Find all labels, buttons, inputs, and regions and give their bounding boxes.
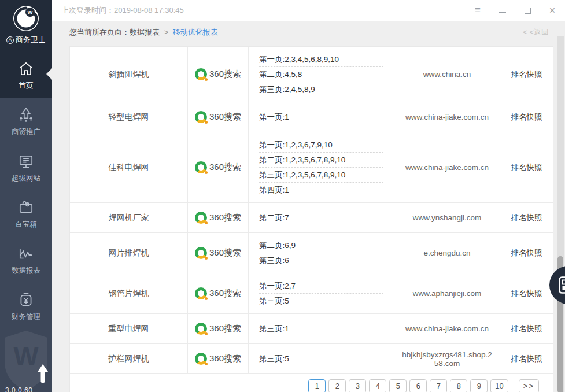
- url-cell: www.china-jiake.com.cn: [394, 132, 500, 202]
- url-cell: hbjkhjsbyxzrgs481.shop.258.com: [394, 344, 500, 373]
- minimize-icon[interactable]: [498, 6, 507, 15]
- pages-cell: 第二页:7: [249, 203, 394, 232]
- breadcrumb-separator: >: [164, 28, 169, 36]
- engine-cell: 360搜索: [188, 132, 249, 202]
- snapshot-link[interactable]: 排名快照: [500, 344, 553, 373]
- pages-cell: 第一页:2,7第三页:5: [249, 273, 394, 313]
- pages-cell: 第二页:6,9第三页:6: [249, 233, 394, 273]
- promotion-arrows-icon: [17, 106, 35, 124]
- page-button-3[interactable]: 3: [349, 379, 366, 392]
- keyword-cell: 重型电焊网: [70, 314, 188, 343]
- sidebar-item-label: 财务管理: [12, 312, 40, 322]
- breadcrumb-label: 您当前所在页面：: [69, 28, 130, 36]
- active-item-pointer: [46, 68, 52, 80]
- snapshot-link[interactable]: 排名快照: [500, 47, 553, 102]
- monitor-icon: [17, 153, 35, 170]
- page-button-4[interactable]: 4: [369, 379, 386, 392]
- engine-cell: 360搜索: [188, 47, 249, 102]
- menu-icon[interactable]: ≡: [473, 6, 482, 15]
- maximize-icon[interactable]: [523, 6, 532, 15]
- app-name: A 商务卫士: [6, 35, 46, 45]
- page-rank-line: 第一页:1,2,3,6,7,9,10: [259, 138, 383, 153]
- page-button-7[interactable]: 7: [430, 379, 447, 392]
- sidebar-item-toolbox[interactable]: 百宝箱: [0, 191, 52, 237]
- table-row: 重型电焊网 360搜索 第三页:1 www.china-jiake.com.cn…: [70, 314, 553, 344]
- engine-cell: 360搜索: [188, 102, 249, 132]
- page-button-9[interactable]: 9: [470, 379, 488, 392]
- engine-label: 360搜索: [209, 353, 241, 364]
- table-row: 焊网机厂家 360搜索 第二页:7 www.ynshangji.com 排名快照: [70, 203, 553, 233]
- search-engine-360-icon: [195, 68, 207, 80]
- titlebar: 上次登录时间：2019-08-08 17:30:45 ≡ ×: [52, 0, 565, 21]
- keyword-cell: 焊网机厂家: [70, 203, 188, 232]
- home-icon: [17, 60, 35, 77]
- page-button-6[interactable]: 6: [409, 379, 427, 392]
- toolbox-icon: [17, 199, 35, 216]
- keyword-cell: 斜插阻焊机: [70, 47, 188, 102]
- engine-label: 360搜索: [209, 323, 241, 334]
- keyword-cell: 轻型电焊网: [70, 102, 188, 132]
- rankings-table: 斜插阻焊机 360搜索 第一页:2,3,4,5,6,8,9,10第二页:4,5,…: [69, 46, 553, 392]
- next-pages-button[interactable]: >>: [519, 379, 539, 392]
- page-rank-line: 第三页:2,4,5,8,9: [259, 82, 383, 97]
- svg-text:W: W: [28, 10, 33, 16]
- url-cell: www.china-jiake.com.cn: [394, 102, 500, 132]
- sidebar-item-home[interactable]: 首页: [0, 52, 52, 98]
- sidebar-item-label: 数据报表: [12, 266, 40, 276]
- page-button-5[interactable]: 5: [389, 379, 407, 392]
- page-button-8[interactable]: 8: [450, 379, 467, 392]
- search-engine-360-icon: [195, 111, 207, 123]
- app-badge-icon: A: [6, 36, 14, 44]
- sidebar-item-super-website[interactable]: 超级网站: [0, 145, 52, 191]
- snapshot-link[interactable]: 排名快照: [500, 132, 553, 202]
- pages-cell: 第三页:1: [249, 314, 394, 343]
- app-name-label: 商务卫士: [16, 35, 46, 45]
- sidebar-item-promotion[interactable]: 商贸推广: [0, 98, 52, 145]
- keyword-cell: 网片排焊机: [70, 233, 188, 273]
- breadcrumb-current-link[interactable]: 移动优化报表: [173, 28, 218, 36]
- snapshot-link[interactable]: 排名快照: [500, 314, 553, 343]
- page-rank-line: 第三页:1,2,3,5,6,7,8,9,10: [259, 168, 383, 183]
- keyword-cell: 佳科电焊网: [70, 132, 188, 202]
- snapshot-link[interactable]: 排名快照: [500, 273, 553, 313]
- engine-label: 360搜索: [209, 247, 241, 258]
- page-button-10[interactable]: 10: [490, 379, 508, 392]
- url-cell: e.chengdu.cn: [394, 233, 500, 273]
- page-button-2[interactable]: 2: [328, 379, 346, 392]
- engine-label: 360搜索: [209, 69, 241, 80]
- pages-cell: 第三页:5: [249, 344, 394, 373]
- last-login-label: 上次登录时间：2019-08-08 17:30:45: [61, 5, 184, 16]
- engine-label: 360搜索: [209, 112, 241, 123]
- sidebar-item-data-reports[interactable]: 数据报表: [0, 237, 52, 283]
- engine-label: 360搜索: [209, 212, 241, 223]
- sidebar-item-finance[interactable]: 财务管理: [0, 283, 52, 330]
- snapshot-link[interactable]: 排名快照: [500, 102, 553, 132]
- pages-cell: 第一页:1,2,3,6,7,9,10第二页:1,2,3,5,6,7,8,9,10…: [249, 132, 394, 202]
- finance-yuan-icon: [17, 291, 35, 309]
- scrollbar-track[interactable]: [557, 36, 564, 392]
- snapshot-link[interactable]: 排名快照: [500, 233, 553, 273]
- search-engine-360-icon: [195, 247, 207, 259]
- url-cell: www.ynshangji.com: [394, 203, 500, 232]
- engine-cell: 360搜索: [188, 273, 249, 313]
- page-button-1[interactable]: 1: [308, 379, 326, 392]
- engine-cell: 360搜索: [188, 233, 249, 273]
- sidebar-item-label: 商贸推广: [12, 127, 40, 137]
- search-engine-360-icon: [195, 212, 207, 224]
- version-label: 3.0.0.60: [5, 386, 32, 392]
- table-row: 护栏网焊机 360搜索 第三页:5 hbjkhjsbyxzrgs481.shop…: [70, 344, 553, 374]
- report-chart-icon: [17, 245, 35, 262]
- page-rank-line: 第三页:5: [259, 294, 383, 308]
- engine-cell: 360搜索: [188, 344, 249, 373]
- engine-cell: 360搜索: [188, 314, 249, 343]
- sidebar: W A 商务卫士 首页 商贸推广 超级网站: [0, 0, 52, 392]
- page-rank-line: 第一页:1: [259, 110, 383, 124]
- update-arrow-icon[interactable]: [37, 364, 49, 384]
- back-link[interactable]: < <返回: [523, 27, 549, 38]
- close-icon[interactable]: ×: [548, 6, 557, 15]
- url-cell: www.china.cn: [394, 47, 500, 102]
- url-cell: www.aphanjieji.com: [394, 273, 500, 313]
- table-row: 斜插阻焊机 360搜索 第一页:2,3,4,5,6,8,9,10第二页:4,5,…: [70, 47, 553, 102]
- svg-text:W: W: [13, 341, 39, 371]
- snapshot-link[interactable]: 排名快照: [500, 203, 553, 232]
